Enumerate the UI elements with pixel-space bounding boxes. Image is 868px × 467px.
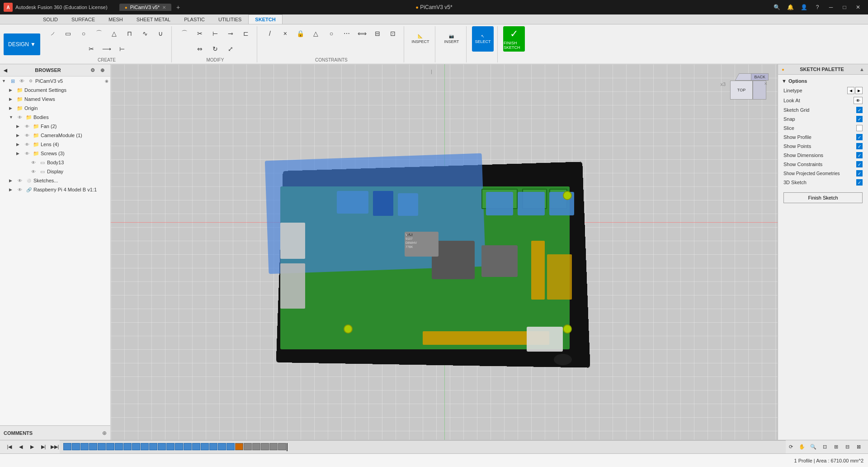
extend-modify-tool[interactable]: ⊢ xyxy=(208,26,222,41)
step-back-btn[interactable]: ◀ xyxy=(16,442,26,452)
active-tab[interactable]: ● PiCamV3 v5* ✕ xyxy=(119,4,171,11)
play-btn[interactable]: ▶ xyxy=(27,442,37,452)
palette-expand-icon[interactable]: ▲ xyxy=(859,67,864,72)
offset-tool[interactable]: ⊏ xyxy=(239,26,253,41)
tab-plastic[interactable]: PLASTIC xyxy=(177,14,212,24)
look-at-btn[interactable]: 👁 xyxy=(854,97,863,104)
go-to-start-btn[interactable]: |◀ xyxy=(5,442,14,452)
show-constraints-checkbox[interactable]: ✓ xyxy=(856,161,863,167)
timeline-step[interactable] xyxy=(218,443,226,450)
design-dropdown-btn[interactable]: DESIGN ▼ xyxy=(4,33,40,55)
browser-add-icon[interactable]: ⊕ xyxy=(99,66,107,74)
tab-mesh[interactable]: MESH xyxy=(102,14,130,24)
pan-tool-btn[interactable]: ✋ xyxy=(797,442,807,452)
show-points-checkbox[interactable]: ✓ xyxy=(856,143,863,149)
help-btn[interactable]: ? xyxy=(811,3,824,12)
tree-item-fan[interactable]: ▶ 👁 📁 Fan (2) xyxy=(0,122,110,131)
midpoint-tool[interactable]: ⊡ xyxy=(386,26,400,41)
timeline-step[interactable] xyxy=(141,443,149,450)
break-modify-tool[interactable]: ⊸ xyxy=(223,26,238,41)
concentric-tool[interactable]: 🔒 xyxy=(293,26,308,41)
circle-tool[interactable]: ○ xyxy=(76,26,91,41)
symmetric-tool[interactable]: ⊟ xyxy=(370,26,385,41)
arc-tool[interactable]: ⌒ xyxy=(92,26,106,41)
search-btn[interactable]: 🔍 xyxy=(770,3,783,12)
perpendicular-tool[interactable]: ○ xyxy=(324,26,339,41)
tree-item-body13[interactable]: ▶ 👁 ▭ Body13 xyxy=(0,158,110,167)
timeline-step[interactable] xyxy=(106,443,114,450)
tree-item-root[interactable]: ▼ ⊞ 👁 ⚙ PiCamV3 v5 ◉ xyxy=(0,76,110,86)
tree-item-named-views[interactable]: ▶ 📁 Named Views xyxy=(0,95,110,104)
eye-icon3[interactable]: 👁 xyxy=(24,123,31,130)
timeline-step[interactable] xyxy=(115,443,123,450)
sketch-grid-checkbox[interactable]: ✓ xyxy=(856,107,863,113)
timeline-step[interactable] xyxy=(278,443,286,450)
eye-icon8[interactable]: 👁 xyxy=(30,168,37,175)
break-tool[interactable]: ⊢ xyxy=(115,42,129,56)
slice-checkbox[interactable] xyxy=(856,125,863,131)
timeline-step[interactable] xyxy=(132,443,140,450)
fillet-tool[interactable]: ⌒ xyxy=(177,26,192,41)
timeline-step[interactable] xyxy=(123,443,132,450)
timeline-step[interactable] xyxy=(269,443,278,450)
browser-settings-icon[interactable]: ⚙ xyxy=(89,66,97,74)
eye-icon4[interactable]: 👁 xyxy=(24,132,31,139)
timeline-step[interactable] xyxy=(209,443,217,450)
collinear-tool[interactable]: × xyxy=(278,26,292,41)
tree-item-display[interactable]: ▶ 👁 ▭ Display xyxy=(0,167,110,176)
snap-checkbox[interactable]: ✓ xyxy=(856,116,863,122)
viewport[interactable]: x3 | xyxy=(111,64,778,440)
orbit-tool-btn[interactable]: ⟳ xyxy=(786,442,796,452)
tree-item-camera[interactable]: ▶ 👁 📁 CameraModule (1) xyxy=(0,131,110,140)
minimize-btn[interactable]: ─ xyxy=(825,3,837,12)
rectangle-tool[interactable]: ▭ xyxy=(61,26,75,41)
finish-sketch-palette-btn[interactable]: Finish Sketch xyxy=(783,192,863,203)
back-arrow-icon[interactable]: ◀ xyxy=(4,68,7,73)
tab-utilities[interactable]: UTILITIES xyxy=(212,14,248,24)
timeline-step[interactable] xyxy=(166,443,175,450)
conic-curve-tool[interactable]: ∪ xyxy=(153,26,168,41)
back-label[interactable]: BACK xyxy=(751,73,769,81)
tree-item-origin[interactable]: ▶ 📁 Origin xyxy=(0,104,110,113)
eye-icon9[interactable]: 👁 xyxy=(16,177,24,184)
tab-sketch[interactable]: SKETCH xyxy=(248,14,282,24)
tree-expand-arrow[interactable]: ▼ xyxy=(2,79,8,83)
inspect-btn[interactable]: 📐 INSPECT xyxy=(410,26,431,52)
tree-item-screws[interactable]: ▶ 👁 📁 Screws (3) xyxy=(0,149,110,158)
activate-icon[interactable]: ◉ xyxy=(105,79,108,83)
tab-surface[interactable]: SURFACE xyxy=(65,14,102,24)
timeline-step[interactable] xyxy=(184,443,192,450)
new-tab-btn[interactable]: + xyxy=(173,2,183,12)
timeline-step[interactable] xyxy=(80,443,89,450)
finish-sketch-btn[interactable]: ✓ FINISH SKETCH xyxy=(503,26,525,52)
timeline-step[interactable] xyxy=(244,443,252,450)
timeline-step[interactable] xyxy=(72,443,80,450)
linetype-right-btn[interactable]: ▶ xyxy=(855,87,863,94)
eye-icon7[interactable]: 👁 xyxy=(30,159,37,166)
slot-tool[interactable]: ⊓ xyxy=(123,26,137,41)
tree-item-sketches[interactable]: ▶ 👁 ⚪ Sketches... xyxy=(0,176,110,185)
extend-tool[interactable]: ⟶ xyxy=(99,42,114,56)
timeline-step[interactable] xyxy=(201,443,209,450)
maximize-btn[interactable]: □ xyxy=(838,3,851,12)
notification-btn[interactable]: 🔔 xyxy=(784,3,797,12)
tab-sheet-metal[interactable]: SHEET METAL xyxy=(130,14,177,24)
3d-sketch-checkbox[interactable]: ✓ xyxy=(856,179,863,186)
insert-btn[interactable]: 📷 INSERT xyxy=(441,26,462,52)
timeline-step-orange[interactable] xyxy=(235,443,243,450)
coincident-tool[interactable]: / xyxy=(263,26,277,41)
tree-item-lens[interactable]: ▶ 👁 📁 Lens (4) xyxy=(0,140,110,149)
timeline-step[interactable] xyxy=(252,443,260,450)
go-to-end-btn[interactable]: ▶▶| xyxy=(50,442,60,452)
tree-item-rpi[interactable]: ▶ 👁 🔗 Raspberry Pi 4 Model B v1:1 xyxy=(0,185,110,194)
grid-settings-btn[interactable]: ⊞ xyxy=(831,442,841,452)
tab-solid[interactable]: SOLID xyxy=(36,14,65,24)
scale-tool[interactable]: ⤢ xyxy=(223,42,238,56)
options-header[interactable]: ▼ Options xyxy=(778,76,868,86)
tangent-tool[interactable]: ⋯ xyxy=(340,26,354,41)
trim-modify-tool[interactable]: ✂ xyxy=(193,26,207,41)
show-projected-checkbox[interactable]: ✓ xyxy=(856,170,863,176)
spline-tool[interactable]: ∿ xyxy=(138,26,152,41)
eye-icon5[interactable]: 👁 xyxy=(24,141,31,148)
line-tool[interactable]: ⟋ xyxy=(46,26,60,41)
